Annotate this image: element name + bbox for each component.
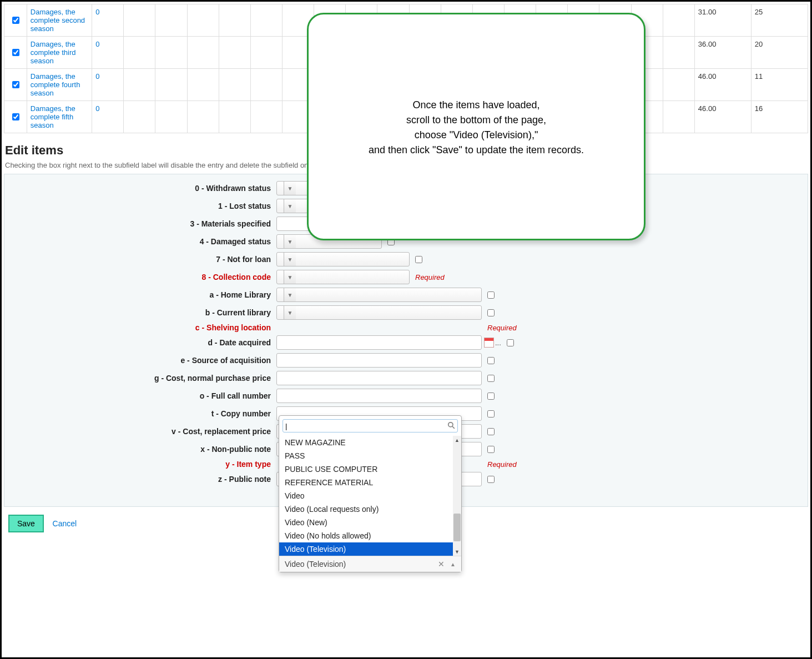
- search-icon: [447, 421, 455, 431]
- disable-source-of-acquisition-checkbox[interactable]: [487, 357, 495, 364]
- disable-non-public-note-checkbox[interactable]: [487, 446, 495, 453]
- source-of-acquisition-input[interactable]: [276, 353, 482, 368]
- disable-not-for-loan-checkbox[interactable]: [415, 256, 422, 263]
- label-not-for-loan: 7 - Not for loan: [10, 255, 276, 264]
- chevron-down-icon: ▼: [284, 253, 296, 266]
- collapse-icon[interactable]: ▲: [450, 561, 456, 567]
- collection-code-dropdown-panel: | ▲ ▼ NEW MAGAZINEPASSPUBLIC USE COMPUTE…: [279, 415, 462, 572]
- item-title-link[interactable]: Damages, the complete fourth season: [31, 72, 80, 97]
- item-title-link[interactable]: Damages, the complete second season: [31, 8, 85, 33]
- instruction-callout: Once the items have loaded, scroll to th…: [307, 13, 645, 240]
- dropdown-selected-display: Video (Television) ✕ ▲: [279, 556, 461, 572]
- dropdown-option[interactable]: PASS: [279, 449, 461, 462]
- disable-cost-purchase-checkbox[interactable]: [487, 375, 495, 382]
- row-select-checkbox[interactable]: [12, 49, 19, 56]
- clear-selection-icon[interactable]: ✕: [438, 560, 445, 569]
- chevron-down-icon: ▼: [284, 306, 296, 319]
- disable-current-library-checkbox[interactable]: [487, 309, 495, 316]
- dropdown-option[interactable]: Video (No holds allowed): [279, 529, 461, 542]
- chevron-down-icon: ▼: [284, 288, 296, 301]
- item-count: 16: [751, 101, 808, 133]
- disable-cost-replacement-checkbox[interactable]: [487, 428, 495, 435]
- label-shelving-location: c - Shelving location: [10, 323, 276, 332]
- label-item-type: y - Item type: [10, 460, 276, 469]
- label-cost-purchase-price: g - Cost, normal purchase price: [10, 374, 276, 383]
- dropdown-option[interactable]: REFERENCE MATERIAL: [279, 476, 461, 489]
- label-cost-replacement-price: v - Cost, replacement price: [10, 427, 276, 436]
- required-indicator: Required: [487, 324, 517, 332]
- item-price: 46.00: [694, 101, 751, 133]
- text-cursor: |: [285, 422, 287, 430]
- item-price: 36.00: [694, 37, 751, 69]
- item-count: 11: [751, 69, 808, 101]
- item-qty: 0: [95, 104, 99, 113]
- disable-home-library-checkbox[interactable]: [487, 291, 495, 299]
- dropdown-scrollbar[interactable]: ▲ ▼: [453, 436, 461, 556]
- row-select-checkbox[interactable]: [12, 17, 19, 24]
- item-price: 31.00: [694, 4, 751, 37]
- callout-line: and then click "Save" to update the item…: [309, 143, 644, 158]
- scroll-up-icon[interactable]: ▲: [453, 436, 461, 444]
- label-date-acquired: d - Date acquired: [10, 338, 276, 347]
- chevron-down-icon: ▼: [284, 199, 296, 213]
- callout-line: Once the items have loaded,: [309, 98, 644, 113]
- label-damaged-status: 4 - Damaged status: [10, 237, 276, 246]
- label-materials-specified: 3 - Materials specified: [10, 219, 276, 228]
- row-select-checkbox[interactable]: [12, 113, 19, 120]
- full-call-number-input[interactable]: [276, 389, 482, 403]
- current-library-select[interactable]: ▼: [276, 305, 482, 320]
- item-count: 25: [751, 4, 808, 37]
- not-for-loan-select[interactable]: ▼: [276, 252, 410, 266]
- label-collection-code: 8 - Collection code: [10, 273, 276, 281]
- disable-date-acquired-checkbox[interactable]: [507, 339, 514, 346]
- disable-copy-number-checkbox[interactable]: [487, 410, 495, 417]
- dropdown-search[interactable]: |: [283, 419, 458, 432]
- disable-public-note-checkbox[interactable]: [487, 476, 495, 483]
- scroll-thumb[interactable]: [453, 514, 461, 541]
- collection-code-select[interactable]: ▼: [276, 270, 410, 284]
- cancel-link[interactable]: Cancel: [53, 519, 77, 528]
- dropdown-option[interactable]: Video (New): [279, 516, 461, 529]
- svg-point-0: [448, 422, 453, 426]
- item-qty: 0: [95, 72, 99, 81]
- dropdown-selected-text: Video (Television): [285, 560, 346, 569]
- callout-line: choose "Video (Television),": [309, 128, 644, 143]
- item-title-link[interactable]: Damages, the complete third season: [31, 40, 76, 65]
- home-library-select[interactable]: ▼: [276, 288, 482, 302]
- dropdown-option[interactable]: Video (Television): [279, 542, 461, 556]
- dropdown-option[interactable]: Video: [279, 489, 461, 502]
- dropdown-option[interactable]: Video (Local requests only): [279, 502, 461, 516]
- callout-line: scroll to the bottom of the page,: [309, 113, 644, 128]
- disable-full-call-number-checkbox[interactable]: [487, 393, 495, 400]
- label-copy-number: t - Copy number: [10, 409, 276, 418]
- label-home-library: a - Home Library: [10, 290, 276, 299]
- dropdown-option-list: ▲ ▼ NEW MAGAZINEPASSPUBLIC USE COMPUTERR…: [279, 436, 461, 556]
- label-full-call-number: o - Full call number: [10, 391, 276, 400]
- chevron-down-icon: ▼: [284, 235, 296, 248]
- svg-line-1: [452, 426, 455, 428]
- date-acquired-input[interactable]: [276, 335, 482, 350]
- label-lost-status: 1 - Lost status: [10, 202, 276, 210]
- save-button[interactable]: Save: [8, 515, 44, 532]
- item-qty: 0: [95, 8, 99, 16]
- item-title-link[interactable]: Damages, the complete fifth season: [31, 104, 75, 129]
- item-qty: 0: [95, 40, 99, 48]
- chevron-down-icon: ▼: [284, 270, 296, 284]
- label-non-public-note: x - Non-public note: [10, 445, 276, 454]
- chevron-down-icon: ▼: [284, 182, 296, 195]
- label-current-library: b - Current library: [10, 308, 276, 317]
- label-public-note: z - Public note: [10, 475, 276, 484]
- label-withdrawn-status: 0 - Withdrawn status: [10, 184, 276, 193]
- label-source-of-acquisition: e - Source of acquisition: [10, 356, 276, 365]
- dropdown-option[interactable]: PUBLIC USE COMPUTER: [279, 462, 461, 476]
- dropdown-option[interactable]: NEW MAGAZINE: [279, 436, 461, 449]
- cost-purchase-price-input[interactable]: [276, 371, 482, 385]
- required-indicator: Required: [487, 460, 517, 469]
- row-select-checkbox[interactable]: [12, 81, 19, 88]
- required-indicator: Required: [415, 273, 445, 281]
- scroll-down-icon[interactable]: ▼: [453, 547, 461, 556]
- item-price: 46.00: [694, 69, 751, 101]
- item-count: 20: [751, 37, 808, 69]
- calendar-icon[interactable]: [484, 338, 494, 348]
